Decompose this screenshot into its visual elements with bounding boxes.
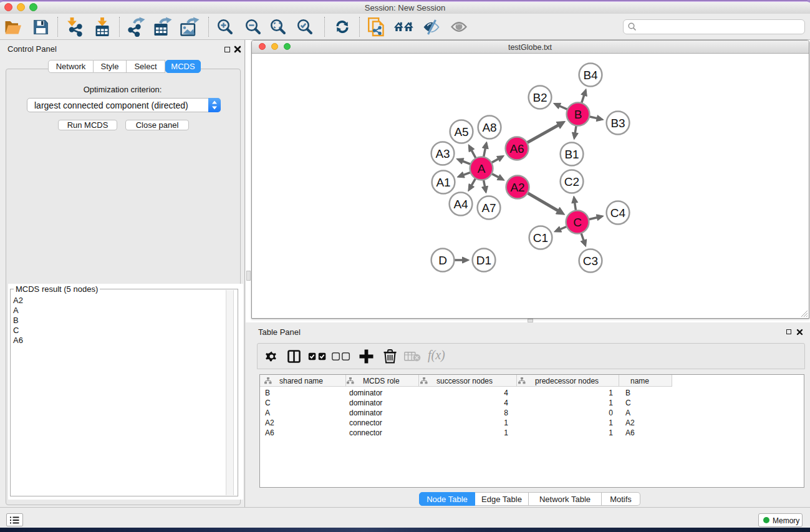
svg-text:A2: A2 (510, 181, 524, 194)
svg-text:C2: C2 (564, 175, 579, 188)
svg-text:C1: C1 (533, 231, 548, 244)
svg-text:C4: C4 (610, 206, 626, 220)
svg-text:A3: A3 (435, 147, 450, 160)
svg-text:A: A (478, 162, 486, 175)
svg-text:B: B (574, 108, 582, 121)
svg-text:A7: A7 (481, 201, 496, 215)
svg-text:A5: A5 (454, 125, 468, 138)
svg-text:C3: C3 (583, 254, 598, 268)
svg-text:C: C (573, 216, 582, 229)
svg-text:A8: A8 (482, 121, 496, 134)
svg-text:B1: B1 (564, 148, 579, 161)
svg-text:A1: A1 (436, 176, 450, 189)
svg-text:B4: B4 (583, 69, 598, 82)
svg-text:D1: D1 (476, 254, 491, 267)
svg-text:D: D (438, 254, 447, 267)
svg-text:B3: B3 (610, 117, 625, 130)
svg-text:A6: A6 (509, 142, 524, 155)
svg-text:B2: B2 (533, 91, 547, 104)
svg-text:A4: A4 (453, 198, 468, 211)
